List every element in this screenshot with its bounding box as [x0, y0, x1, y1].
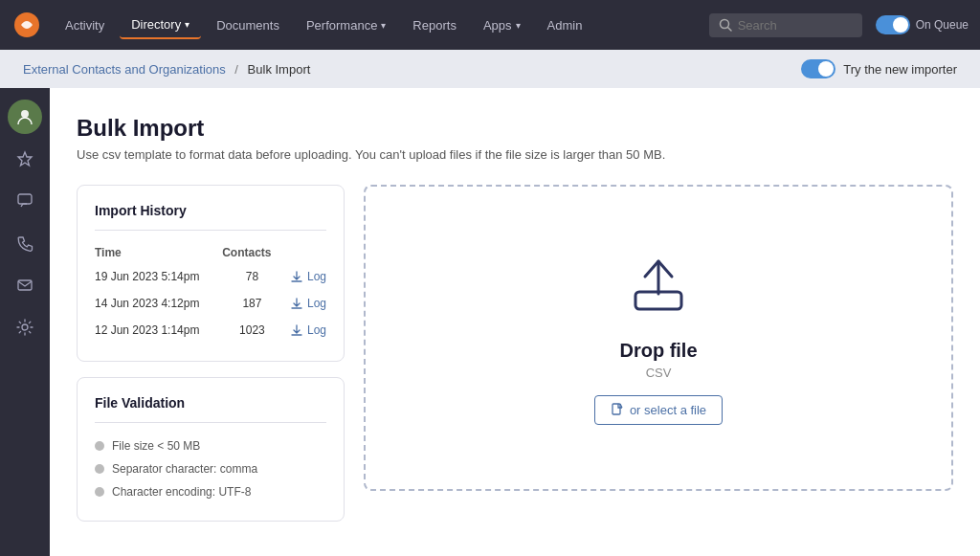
upload-icon [624, 252, 693, 324]
nav-performance[interactable]: Performance ▾ [295, 12, 397, 38]
sidebar-item-chat[interactable] [8, 184, 42, 218]
app-logo [11, 10, 42, 40]
row-log[interactable]: Log [282, 317, 326, 344]
import-history-title: Import History [95, 203, 326, 231]
file-validation-card: File Validation File size < 50 MB Separa… [77, 377, 345, 522]
log-link[interactable]: Log [282, 323, 326, 337]
queue-toggle: On Queue [876, 15, 969, 34]
validation-label: Character encoding: UTF-8 [112, 485, 251, 499]
validation-label: Separator character: comma [112, 462, 257, 476]
nav-reports[interactable]: Reports [401, 12, 468, 38]
new-importer-label: Try the new importer [843, 62, 957, 77]
validation-item: File size < 50 MB [95, 434, 326, 457]
validation-dot [95, 487, 104, 497]
select-file-button[interactable]: or select a file [594, 395, 723, 425]
table-row: 12 Jun 2023 1:14pm 1023 Log [95, 317, 326, 344]
main-content: Bulk Import Use csv template to format d… [50, 88, 980, 556]
row-time: 14 Jun 2023 4:12pm [95, 290, 222, 317]
breadcrumb-parent[interactable]: External Contacts and Organizations [23, 62, 226, 77]
user-avatar[interactable] [8, 100, 42, 134]
sidebar-item-phone[interactable] [8, 226, 42, 260]
file-validation-title: File Validation [95, 395, 326, 423]
download-icon [290, 297, 303, 310]
nav-directory[interactable]: Directory ▾ [120, 11, 201, 39]
log-label: Log [307, 270, 326, 283]
queue-toggle-switch[interactable] [876, 15, 910, 34]
row-contacts: 1023 [222, 317, 282, 344]
breadcrumb-bar: External Contacts and Organizations / Bu… [0, 50, 980, 88]
nav-admin[interactable]: Admin [536, 12, 594, 38]
sidebar [0, 88, 50, 556]
svg-rect-11 [612, 404, 620, 414]
user-icon [15, 107, 34, 126]
download-icon [290, 270, 303, 283]
validation-item: Separator character: comma [95, 457, 326, 480]
mail-icon [16, 277, 33, 294]
file-icon [611, 403, 624, 416]
top-nav: Activity Directory ▾ Documents Performan… [0, 0, 980, 50]
content-row: Import History Time Contacts 19 Jun 2023… [77, 185, 953, 537]
import-history-card: Import History Time Contacts 19 Jun 2023… [77, 185, 345, 362]
page-title: Bulk Import [77, 115, 953, 142]
svg-point-7 [22, 324, 28, 330]
page-subtitle: Use csv template to format data before u… [77, 147, 953, 162]
breadcrumb-separator: / [234, 62, 238, 77]
drop-title: Drop file [619, 340, 697, 362]
row-contacts: 78 [222, 263, 282, 290]
download-icon [290, 323, 303, 337]
sidebar-item-star[interactable] [8, 142, 42, 176]
layout: Bulk Import Use csv template to format d… [0, 88, 980, 556]
sidebar-item-help[interactable] [8, 548, 42, 556]
left-panel: Import History Time Contacts 19 Jun 2023… [77, 185, 345, 537]
validation-dot [95, 441, 104, 451]
chat-icon [16, 192, 33, 210]
row-time: 12 Jun 2023 1:14pm [95, 317, 222, 344]
row-contacts: 187 [222, 290, 282, 317]
nav-activity[interactable]: Activity [54, 12, 116, 38]
log-label: Log [307, 297, 326, 310]
validation-items: File size < 50 MB Separator character: c… [95, 434, 326, 503]
row-log[interactable]: Log [282, 290, 326, 317]
queue-label: On Queue [916, 18, 969, 32]
chevron-down-icon: ▾ [516, 20, 521, 31]
validation-item: Character encoding: UTF-8 [95, 480, 326, 503]
drop-subtitle: CSV [646, 366, 672, 380]
import-history-table: Time Contacts 19 Jun 2023 5:14pm 78 [95, 242, 326, 344]
log-link[interactable]: Log [282, 270, 326, 283]
star-icon [16, 150, 33, 167]
validation-dot [95, 464, 104, 474]
chevron-down-icon: ▾ [381, 20, 386, 31]
sidebar-item-settings[interactable] [8, 310, 42, 345]
svg-rect-6 [18, 280, 32, 290]
col-time: Time [95, 242, 222, 263]
search-input[interactable] [738, 18, 853, 33]
svg-rect-5 [18, 194, 32, 204]
search-icon [719, 18, 732, 32]
chevron-down-icon: ▾ [185, 19, 189, 30]
svg-point-3 [21, 110, 29, 118]
table-row: 14 Jun 2023 4:12pm 187 Log [95, 290, 326, 317]
settings-icon [16, 319, 33, 336]
sidebar-item-mail[interactable] [8, 268, 42, 302]
new-importer-toggle[interactable]: Try the new importer [801, 59, 957, 78]
log-link[interactable]: Log [282, 297, 326, 310]
select-file-label: or select a file [630, 403, 706, 417]
bottom-bar: Download csv template Next [77, 545, 953, 556]
search-box[interactable] [709, 13, 862, 37]
nav-documents[interactable]: Documents [205, 12, 291, 38]
svg-line-2 [727, 28, 731, 32]
nav-apps[interactable]: Apps ▾ [472, 12, 532, 38]
validation-label: File size < 50 MB [112, 439, 200, 453]
breadcrumb-current: Bulk Import [248, 62, 311, 77]
log-label: Log [307, 323, 326, 337]
drop-zone[interactable]: Drop file CSV or select a file [364, 185, 953, 491]
col-log [282, 242, 326, 263]
breadcrumb: External Contacts and Organizations / Bu… [23, 62, 310, 77]
col-contacts: Contacts [222, 242, 282, 263]
row-time: 19 Jun 2023 5:14pm [95, 263, 222, 290]
new-importer-switch[interactable] [801, 59, 835, 78]
row-log[interactable]: Log [282, 263, 326, 290]
svg-marker-4 [18, 152, 32, 166]
phone-icon [16, 234, 33, 252]
table-row: 19 Jun 2023 5:14pm 78 Log [95, 263, 326, 290]
